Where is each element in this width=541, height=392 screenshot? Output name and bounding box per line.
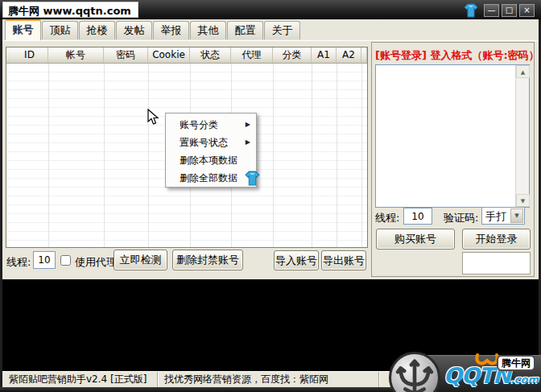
tab-underline bbox=[2, 40, 539, 41]
tab-account[interactable]: 账号 bbox=[5, 19, 41, 40]
use-proxy-checkbox[interactable] bbox=[60, 255, 71, 266]
context-menu: 账号分类 ▶ 置账号状态 ▶ 删除本项数据 删除全部数据 bbox=[165, 113, 257, 188]
minimize-button[interactable]: — bbox=[484, 4, 499, 17]
window-title: 腾牛网 www.qqtn.com bbox=[2, 2, 138, 18]
qqtn-badge: 腾牛网 bbox=[497, 355, 535, 371]
import-accounts-button[interactable]: 导入账号 bbox=[274, 250, 319, 270]
mouse-cursor bbox=[147, 109, 160, 130]
window-frame-left bbox=[0, 19, 2, 392]
scroll-down-icon[interactable]: ▼ bbox=[516, 194, 530, 207]
thread-label: 线程: bbox=[6, 255, 31, 270]
export-accounts-button[interactable]: 导出账号 bbox=[321, 250, 366, 270]
tab-config[interactable]: 配置 bbox=[227, 21, 263, 39]
login-panel-title: [账号登录] 登入格式（账号:密码） bbox=[375, 48, 533, 63]
delete-banned-button[interactable]: 删除封禁账号 bbox=[172, 250, 243, 270]
captcha-mode-value: 手打 bbox=[485, 209, 506, 224]
tab-bump-post[interactable]: 顶贴 bbox=[42, 21, 78, 39]
column-header-a1[interactable]: A1 bbox=[312, 47, 337, 63]
tab-other[interactable]: 其他 bbox=[190, 21, 226, 39]
status-promo-text: 找优秀网络营销资源，百度找：紫陌网 bbox=[157, 372, 378, 387]
column-header-proxy[interactable]: 代理 bbox=[231, 47, 273, 63]
tab-about[interactable]: 关于 bbox=[264, 21, 300, 39]
close-button[interactable]: × bbox=[519, 4, 535, 17]
captcha-mode-label: 验证码: bbox=[444, 211, 478, 225]
captcha-mode-select[interactable]: 手打 ▼ bbox=[481, 207, 525, 225]
grid-line bbox=[337, 64, 337, 247]
titlebar[interactable]: 腾牛网 www.qqtn.com — □ × bbox=[0, 0, 541, 19]
scroll-up-icon[interactable]: ▲ bbox=[516, 65, 530, 78]
grid-line bbox=[48, 64, 49, 247]
tab-new-post[interactable]: 发帖 bbox=[116, 21, 152, 39]
start-login-button[interactable]: 开始登录 bbox=[462, 229, 531, 250]
thread-input[interactable] bbox=[33, 251, 56, 269]
buy-accounts-button[interactable]: 购买账号 bbox=[376, 229, 455, 250]
column-header-id[interactable]: ID bbox=[6, 47, 48, 63]
textarea-scrollbar[interactable]: ▲ ▼ bbox=[515, 65, 529, 207]
qqtn-trident-icon bbox=[389, 352, 440, 392]
use-proxy-label: 使用代理 bbox=[75, 255, 117, 270]
grid-line bbox=[312, 64, 312, 247]
app-window: 腾牛网 www.qqtn.com — □ × 账号 顶贴 抢楼 发帖 举报 其他… bbox=[0, 0, 541, 392]
qq-shirt-icon bbox=[463, 2, 479, 19]
login-thread-label: 线程: bbox=[375, 211, 399, 225]
menu-item-account-category[interactable]: 账号分类 ▶ bbox=[166, 116, 256, 134]
grid-line bbox=[361, 64, 362, 247]
qq-shirt-icon bbox=[244, 170, 261, 187]
table-header: ID 帐号 密码 Cookie 状态 代理 分类 A1 A2 bbox=[6, 47, 367, 64]
grid-line bbox=[148, 64, 149, 247]
accounts-textarea[interactable] bbox=[376, 65, 515, 207]
menu-item-label: 删除本项数据 bbox=[180, 155, 237, 166]
tab-bar: 账号 顶贴 抢楼 发帖 举报 其他 配置 关于 bbox=[5, 21, 300, 41]
qqtn-logo-suffix: .com bbox=[510, 373, 539, 386]
column-header-category[interactable]: 分类 bbox=[273, 47, 312, 63]
column-header-status[interactable]: 状态 bbox=[190, 47, 231, 63]
tab-report[interactable]: 举报 bbox=[153, 21, 189, 39]
menu-item-delete-all[interactable]: 删除全部数据 bbox=[166, 169, 256, 187]
chevron-down-icon[interactable]: ▼ bbox=[510, 208, 523, 223]
login-accounts-area: ▲ ▼ bbox=[375, 64, 530, 208]
menu-item-label: 置账号状态 bbox=[180, 137, 228, 148]
grid-line bbox=[104, 64, 105, 247]
captcha-image-box bbox=[462, 252, 531, 274]
menu-item-delete-selected[interactable]: 删除本项数据 bbox=[166, 151, 256, 169]
login-thread-input[interactable] bbox=[403, 208, 432, 225]
column-header-account[interactable]: 帐号 bbox=[48, 47, 104, 63]
column-header-cookie[interactable]: Cookie bbox=[148, 47, 190, 63]
column-header-filler bbox=[361, 47, 367, 63]
menu-item-set-account-status[interactable]: 置账号状态 ▶ bbox=[166, 134, 256, 151]
menu-item-label: 删除全部数据 bbox=[180, 172, 237, 184]
submenu-arrow-icon: ▶ bbox=[246, 134, 250, 151]
check-now-button[interactable]: 立即检测 bbox=[114, 250, 167, 270]
status-app-version: 紫陌贴吧营销助手v2.4 [正式版] bbox=[2, 372, 157, 387]
column-header-a2[interactable]: A2 bbox=[337, 47, 361, 63]
tab-grab-floor[interactable]: 抢楼 bbox=[79, 21, 115, 39]
menu-item-label: 账号分类 bbox=[180, 119, 218, 130]
column-header-password[interactable]: 密码 bbox=[104, 47, 148, 63]
maximize-button[interactable]: □ bbox=[502, 4, 517, 17]
submenu-arrow-icon: ▶ bbox=[246, 116, 250, 134]
grid-line bbox=[273, 64, 274, 247]
